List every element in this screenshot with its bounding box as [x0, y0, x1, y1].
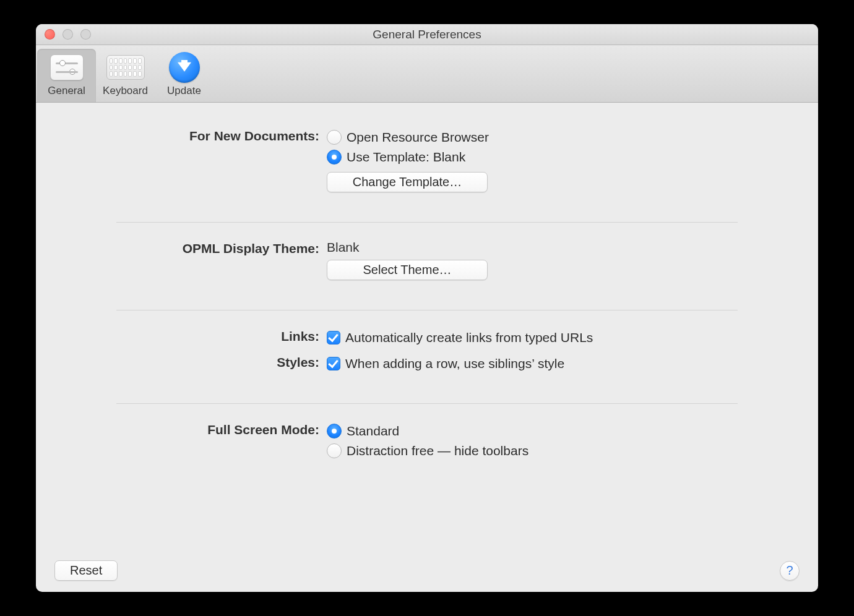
tab-label: Keyboard — [98, 85, 152, 97]
radio-use-template[interactable]: Use Template: Blank — [327, 147, 738, 167]
reset-button[interactable]: Reset — [54, 560, 118, 581]
close-button[interactable] — [45, 29, 55, 40]
tab-label: General — [40, 85, 93, 97]
help-button[interactable]: ? — [780, 561, 800, 581]
tab-label: Update — [157, 85, 211, 97]
divider — [116, 310, 738, 310]
zoom-button[interactable] — [80, 29, 91, 40]
radio-icon — [327, 424, 342, 438]
checkbox-siblings-style[interactable]: When adding a row, use siblings’ style — [327, 354, 738, 374]
checkbox-icon — [327, 331, 340, 344]
preferences-toolbar: General Keyboard Update — [36, 45, 818, 103]
radio-label: Use Template: Blank — [347, 150, 465, 165]
tab-update[interactable]: Update — [155, 49, 214, 102]
footer: Reset ? — [36, 560, 818, 581]
label-links: Links: — [116, 328, 327, 344]
radio-standard[interactable]: Standard — [327, 421, 738, 441]
label-styles: Styles: — [116, 354, 327, 370]
radio-icon — [327, 150, 342, 165]
checkbox-label: When adding a row, use siblings’ style — [345, 356, 564, 371]
content-area: For New Documents: Open Resource Browser… — [36, 103, 818, 592]
checkbox-auto-links[interactable]: Automatically create links from typed UR… — [327, 328, 738, 348]
opml-theme-value: Blank — [327, 240, 738, 255]
section-new-documents: For New Documents: Open Resource Browser… — [36, 127, 818, 216]
checkbox-label: Automatically create links from typed UR… — [345, 330, 593, 345]
label-full-screen: Full Screen Mode: — [116, 421, 327, 437]
tab-keyboard[interactable]: Keyboard — [96, 49, 155, 102]
section-opml-theme: OPML Display Theme: Blank Select Theme… — [36, 240, 818, 304]
radio-label: Standard — [347, 424, 399, 438]
download-arrow-icon — [157, 53, 211, 82]
radio-icon — [327, 443, 342, 458]
divider — [116, 403, 738, 404]
tab-general[interactable]: General — [37, 49, 96, 102]
checkbox-icon — [327, 357, 340, 370]
preferences-window: General Preferences General Keyboard Up — [36, 24, 818, 592]
change-template-button[interactable]: Change Template… — [327, 172, 488, 192]
sliders-icon — [40, 53, 93, 82]
radio-distraction-free[interactable]: Distraction free — hide toolbars — [327, 441, 738, 461]
minimize-button[interactable] — [63, 29, 73, 40]
radio-open-resource-browser[interactable]: Open Resource Browser — [327, 127, 738, 147]
label-opml-theme: OPML Display Theme: — [116, 240, 327, 256]
select-theme-button[interactable]: Select Theme… — [327, 260, 488, 280]
radio-label: Open Resource Browser — [347, 130, 489, 145]
radio-label: Distraction free — hide toolbars — [347, 443, 528, 458]
divider — [116, 222, 738, 223]
label-new-documents: For New Documents: — [116, 127, 327, 143]
traffic-lights — [36, 29, 91, 40]
section-full-screen: Full Screen Mode: Standard Distraction f… — [36, 421, 818, 484]
titlebar: General Preferences — [36, 24, 818, 45]
window-title: General Preferences — [36, 28, 818, 41]
section-links-styles: Links: Automatically create links from t… — [36, 328, 818, 397]
keyboard-icon — [98, 53, 152, 82]
radio-icon — [327, 130, 342, 145]
